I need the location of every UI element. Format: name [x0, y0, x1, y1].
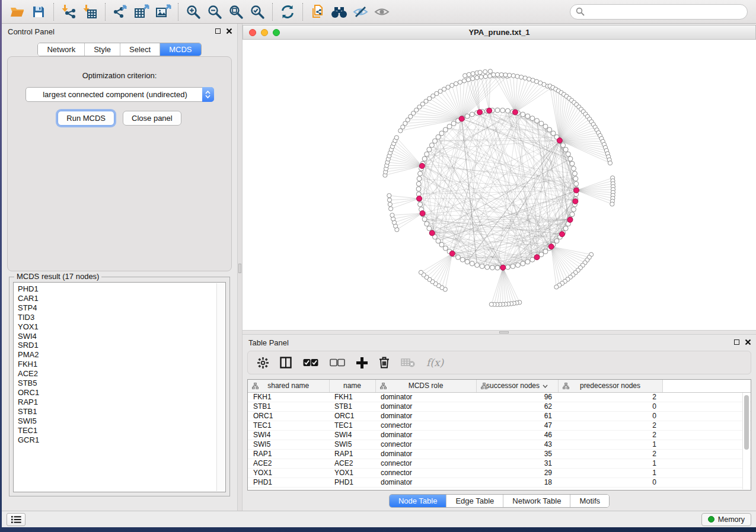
mcds-result-list[interactable]: PHD1CAR1STP4TID3YOX1SWI4SRD1PMA2FKH1ACE2… [13, 282, 226, 492]
mcds-result-title: MCDS result (17 nodes) [14, 272, 101, 281]
mcds-result-item[interactable]: STP4 [18, 303, 213, 313]
scrollbar-thumb[interactable] [744, 395, 749, 450]
status-bar: Memory [2, 511, 756, 527]
column-header-predecessor-nodes[interactable]: predecessor nodes [558, 380, 662, 392]
network-canvas[interactable] [243, 40, 756, 330]
optimization-criterion-select[interactable]: largest connected component (undirected) [25, 87, 214, 102]
add-column-icon[interactable] [356, 357, 368, 368]
control-panel-tab[interactable]: Select [120, 43, 160, 56]
vertical-splitter[interactable] [237, 24, 243, 511]
search-icon [576, 7, 585, 16]
export-network-icon[interactable] [110, 2, 131, 21]
float-panel-icon[interactable] [734, 339, 739, 345]
zoom-fit-icon[interactable] [225, 2, 247, 21]
hide-selected-eye-icon[interactable] [350, 2, 371, 21]
save-session-icon[interactable] [28, 2, 49, 21]
zoom-out-icon[interactable] [204, 2, 225, 21]
column-header-successor-nodes[interactable]: successor nodes [476, 380, 558, 392]
mcds-result-item[interactable]: SWI5 [18, 416, 213, 426]
mcds-result-group: MCDS result (17 nodes) PHD1CAR1STP4TID3Y… [9, 277, 230, 496]
table-row[interactable]: SWI5 SWI5 connector 43 1 [248, 440, 751, 449]
mcds-list-scrollbar[interactable] [216, 283, 225, 491]
column-header-name[interactable]: name [329, 380, 375, 392]
network-window-titlebar[interactable]: YPA_prune.txt_1 [243, 25, 756, 40]
memory-button[interactable]: Memory [701, 513, 751, 526]
table-tab[interactable]: Network Table [503, 495, 570, 507]
close-panel-icon[interactable] [226, 28, 232, 34]
show-all-eye-icon[interactable] [371, 2, 393, 21]
export-image-icon[interactable] [152, 2, 174, 21]
column-header-shared-name[interactable]: shared name [248, 380, 329, 392]
table-tab[interactable]: Motifs [570, 495, 609, 507]
refresh-layout-icon[interactable] [277, 2, 298, 21]
table-row[interactable]: FKH1 FKH1 dominator 96 2 [248, 392, 751, 402]
mcds-result-item[interactable]: CAR1 [18, 294, 213, 303]
control-panel-tab[interactable]: Network [38, 43, 85, 56]
run-mcds-button[interactable]: Run MCDS [58, 111, 114, 126]
mcds-result-item[interactable]: ORC1 [18, 388, 213, 398]
delete-column-icon[interactable] [379, 357, 390, 368]
select-stepper-icon [202, 87, 214, 102]
network-graph[interactable] [243, 40, 756, 330]
control-panel-tab[interactable]: MCDS [160, 43, 200, 56]
network-search-field[interactable] [570, 4, 748, 20]
application-window: Control Panel NetworkStyleSelectMCDS Opt… [2, 0, 756, 527]
node-table[interactable]: shared name name MCDS role successor nod… [247, 379, 751, 491]
table-row[interactable]: YOX1 YOX1 connector 29 1 [248, 468, 751, 477]
table-tab[interactable]: Edge Table [446, 495, 503, 507]
control-panel-tab[interactable]: Style [85, 43, 120, 56]
mcds-result-item[interactable]: GCR1 [18, 435, 213, 445]
table-row[interactable]: SWI4 SWI4 dominator 46 2 [248, 430, 751, 440]
mcds-result-item[interactable]: ACE2 [18, 369, 213, 379]
toolbar-separator [105, 3, 106, 21]
table-settings-gear-icon[interactable] [257, 357, 269, 368]
table-row[interactable]: TEC1 TEC1 connector 47 2 [248, 421, 751, 430]
table-row[interactable]: PHD1 PHD1 dominator 18 0 [248, 477, 751, 487]
search-input[interactable] [588, 7, 742, 16]
column-header-mcds-role[interactable]: MCDS role [375, 380, 476, 392]
close-panel-button[interactable]: Close panel [123, 111, 181, 126]
control-panel-title: Control Panel [8, 27, 55, 36]
table-tab[interactable]: Node Table [390, 495, 447, 507]
table-row[interactable]: ORC1 ORC1 dominator 61 0 [248, 411, 751, 421]
task-history-button[interactable] [7, 513, 25, 526]
table-row[interactable]: STB1 STB1 dominator 62 0 [248, 402, 751, 411]
mcds-result-item[interactable]: TEC1 [18, 426, 213, 435]
control-panel: Control Panel NetworkStyleSelectMCDS Opt… [2, 24, 237, 511]
table-header-row: shared name name MCDS role successor nod… [248, 380, 751, 392]
splitter-grip[interactable] [499, 331, 509, 334]
mcds-result-item[interactable]: SRD1 [18, 341, 213, 350]
float-panel-icon[interactable] [215, 28, 221, 34]
zoom-selected-icon[interactable] [247, 2, 268, 21]
clone-network-icon[interactable] [307, 2, 328, 21]
optimization-criterion-label: Optimization criterion: [8, 71, 231, 80]
zoom-in-icon[interactable] [183, 2, 204, 21]
mcds-result-item[interactable]: TID3 [18, 313, 213, 322]
table-scrollbar[interactable] [742, 393, 750, 489]
open-session-icon[interactable] [7, 2, 28, 21]
splitter-grip[interactable] [238, 264, 241, 273]
task-list-icon [11, 515, 21, 524]
memory-label: Memory [718, 515, 745, 524]
select-all-icon[interactable] [303, 358, 318, 367]
horizontal-splitter[interactable] [243, 330, 756, 335]
export-table-icon[interactable] [131, 2, 152, 21]
table-row[interactable]: RAP1 RAP1 dominator 35 2 [248, 449, 751, 459]
toolbar-separator [272, 3, 273, 21]
table-row[interactable]: ACE2 ACE2 connector 31 1 [248, 459, 751, 468]
mcds-result-item[interactable]: PMA2 [18, 350, 213, 360]
mcds-result-item[interactable]: SWI4 [18, 332, 213, 341]
mcds-result-item[interactable]: RAP1 [18, 398, 213, 407]
search-binoculars-icon[interactable] [328, 2, 350, 21]
mcds-result-item[interactable]: STB1 [18, 407, 213, 416]
mcds-result-item[interactable]: YOX1 [18, 322, 213, 332]
toolbar-separator [53, 3, 54, 21]
mcds-result-item[interactable]: PHD1 [18, 284, 213, 294]
import-table-icon[interactable] [79, 2, 101, 21]
mcds-result-item[interactable]: STB5 [18, 379, 213, 388]
mcds-result-item[interactable]: FKH1 [18, 360, 213, 369]
deselect-all-icon[interactable] [330, 358, 345, 367]
import-network-icon[interactable] [58, 2, 79, 21]
show-columns-icon[interactable] [280, 357, 292, 368]
close-panel-icon[interactable] [745, 339, 751, 345]
